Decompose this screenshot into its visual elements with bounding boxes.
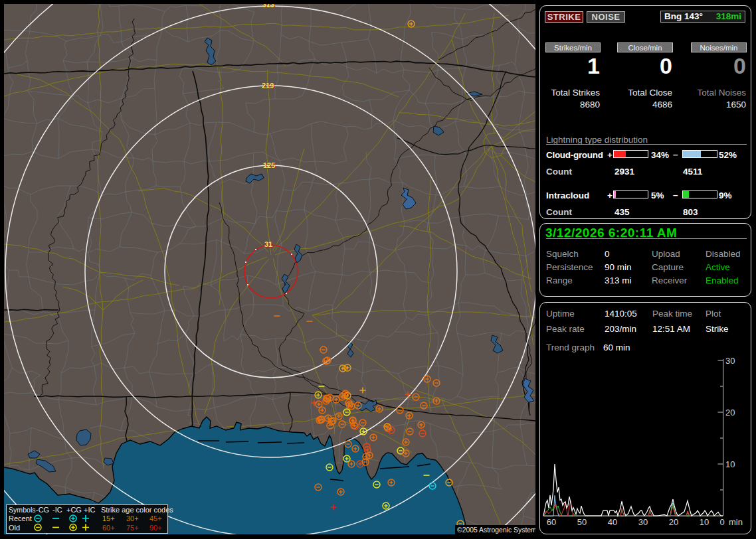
svg-text:219: 219	[262, 82, 274, 90]
svg-text:50: 50	[577, 517, 587, 527]
svg-text:60: 60	[547, 517, 556, 527]
svg-text:10: 10	[725, 459, 735, 469]
svg-text:125: 125	[263, 161, 275, 169]
svg-text:10: 10	[700, 517, 709, 527]
svg-text:min: min	[729, 517, 743, 527]
svg-text:75+: 75+	[126, 524, 139, 532]
svg-text:+IC: +IC	[84, 506, 95, 514]
svg-text:Recent: Recent	[9, 514, 32, 522]
svg-text:-IC: -IC	[52, 506, 62, 514]
svg-text:30+: 30+	[126, 514, 139, 522]
svg-text:Symbols: Symbols	[9, 506, 36, 514]
svg-text:90+: 90+	[149, 524, 162, 532]
svg-text:40: 40	[608, 517, 617, 527]
svg-text:Old: Old	[9, 524, 20, 532]
svg-text:60+: 60+	[102, 524, 115, 532]
svg-text:31: 31	[264, 240, 272, 248]
svg-text:20: 20	[725, 408, 735, 418]
svg-text:30: 30	[725, 356, 735, 366]
svg-text:-CG: -CG	[36, 506, 49, 514]
svg-text:15+: 15+	[102, 514, 115, 522]
svg-text:0: 0	[719, 517, 724, 527]
svg-text:Strike age color codes: Strike age color codes	[101, 506, 173, 514]
svg-text:45+: 45+	[149, 514, 162, 522]
svg-text:+CG: +CG	[66, 506, 82, 514]
svg-text:30: 30	[638, 517, 648, 527]
svg-text:313: 313	[262, 1, 274, 9]
svg-text:©2005 Astrogenic Systems: ©2005 Astrogenic Systems	[457, 526, 540, 534]
svg-text:20: 20	[669, 517, 678, 527]
